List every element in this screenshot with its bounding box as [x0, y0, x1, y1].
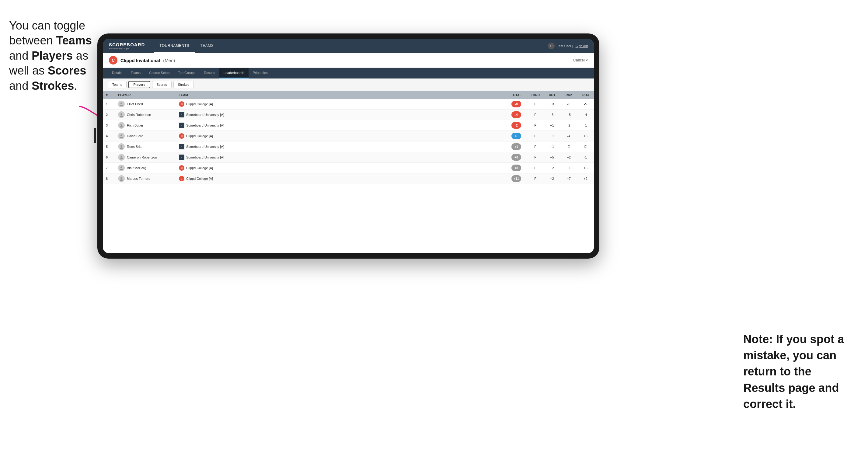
toggle-players-button[interactable]: Players: [128, 81, 150, 88]
nav-link-tournaments[interactable]: TOURNAMENTS: [154, 39, 195, 53]
svg-point-14: [120, 169, 123, 170]
score-badge: +1: [512, 143, 521, 150]
col-rank: #: [103, 91, 115, 99]
col-spacer: [481, 91, 506, 99]
player-avatar: [118, 164, 125, 171]
player-avatar: [118, 101, 125, 107]
thru-cell: F: [527, 174, 544, 184]
rd3-cell: +3: [577, 131, 594, 142]
team-logo: C: [179, 165, 184, 171]
tournament-name: Clippd Invitational (Men): [121, 58, 573, 63]
tablet-screen: SCOREBOARD Powered by clippd TOURNAMENTS…: [103, 39, 594, 253]
table-header: # PLAYER TEAM TOTAL THRU RD1 RD2 RD3: [103, 91, 594, 99]
player-cell: Chris Robertson: [115, 110, 176, 120]
team-logo: ≡: [179, 112, 184, 118]
tablet-side-button: [94, 128, 96, 143]
rd3-cell: -1: [577, 152, 594, 163]
tablet-frame: SCOREBOARD Powered by clippd TOURNAMENTS…: [97, 33, 599, 258]
rd1-cell: +1: [544, 120, 560, 131]
tab-results[interactable]: Results: [199, 68, 219, 79]
rd2-cell: +2: [560, 152, 577, 163]
tab-printables[interactable]: Printables: [249, 68, 272, 79]
score-badge: -8: [512, 101, 521, 107]
table-row: 2 Chris Robertson ≡ Scoreboard Universit…: [103, 110, 594, 120]
rd3-cell: -1: [577, 120, 594, 131]
nav-link-teams[interactable]: TEAMS: [195, 39, 219, 53]
rd3-cell: +6: [577, 163, 594, 174]
svg-point-4: [120, 116, 123, 117]
player-cell: Rich Butler: [115, 120, 176, 131]
team-cell: ≡ Scoreboard University [A]: [176, 120, 481, 131]
score-badge: +6: [512, 154, 521, 161]
table-row: 4 David Ford C Clippd College [A] EF+1-4…: [103, 131, 594, 142]
top-nav: SCOREBOARD Powered by clippd TOURNAMENTS…: [103, 39, 594, 53]
rd2-cell: +1: [560, 163, 577, 174]
rd3-cell: -4: [577, 110, 594, 120]
team-logo: ≡: [179, 123, 184, 128]
table-row: 1 Elliot Ebert C Clippd College [A] -8F+…: [103, 99, 594, 110]
total-cell: +1: [506, 142, 527, 152]
svg-point-11: [121, 156, 122, 158]
team-cell: C Clippd College [A]: [176, 131, 481, 142]
nav-user: U Test User | Sign out: [548, 42, 588, 49]
team-logo: ≡: [179, 144, 184, 149]
sign-out-link[interactable]: Sign out: [576, 44, 588, 48]
player-cell: Elliot Ebert: [115, 99, 176, 110]
toggle-teams-button[interactable]: Teams: [108, 81, 127, 88]
player-cell: Cameron Robertson: [115, 152, 176, 163]
player-name: Marcus Turners: [127, 177, 150, 180]
player-name: Rich Butler: [127, 124, 143, 127]
scores-bold: Scores: [48, 64, 86, 77]
total-cell: -2: [506, 120, 527, 131]
tab-teams[interactable]: Teams: [127, 68, 145, 79]
player-avatar: [118, 111, 125, 118]
team-cell: ≡ Scoreboard University [A]: [176, 152, 481, 163]
cancel-button[interactable]: Cancel ×: [573, 58, 588, 62]
player-name: Blair McHarg: [127, 166, 146, 170]
player-name: Elliot Ebert: [127, 102, 143, 106]
player-cell: Blair McHarg: [115, 163, 176, 174]
svg-point-2: [120, 105, 123, 106]
team-name: Clippd College [A]: [186, 102, 213, 106]
team-name: Scoreboard University [A]: [186, 145, 224, 149]
svg-point-15: [121, 177, 122, 179]
player-cell: Marcus Turners: [115, 174, 176, 184]
col-player: PLAYER: [115, 91, 176, 99]
table-row: 8 Marcus Turners C Clippd College [A] +1…: [103, 174, 594, 184]
toggle-strokes-button[interactable]: Strokes: [174, 81, 194, 88]
nav-links: TOURNAMENTS TEAMS: [154, 39, 548, 53]
rank-cell: 4: [103, 131, 115, 142]
score-badge: +8: [512, 164, 521, 171]
tab-details[interactable]: Details: [108, 68, 127, 79]
tournament-logo: C: [109, 56, 118, 64]
toggle-scores-button[interactable]: Scores: [152, 81, 172, 88]
scoreboard-logo: SCOREBOARD Powered by clippd: [109, 42, 145, 50]
total-cell: +6: [506, 152, 527, 163]
total-cell: +11: [506, 174, 527, 184]
toggle-row: Teams Players Scores Strokes: [103, 79, 594, 91]
tab-tee-groups[interactable]: Tee Groups: [174, 68, 199, 79]
team-name: Clippd College [A]: [186, 134, 213, 138]
team-name: Scoreboard University [A]: [186, 155, 224, 159]
svg-point-7: [121, 134, 122, 136]
user-name: Test User |: [557, 44, 573, 48]
rd2-cell: -4: [560, 131, 577, 142]
players-tbody: 1 Elliot Ebert C Clippd College [A] -8F+…: [103, 99, 594, 184]
rank-cell: 2: [103, 110, 115, 120]
player-name: Chris Robertson: [127, 113, 151, 117]
rd3-cell: +2: [577, 174, 594, 184]
left-annotation: You can toggle between Teams and Players…: [9, 18, 94, 93]
thru-cell: F: [527, 163, 544, 174]
logo-title: SCOREBOARD: [109, 42, 145, 47]
score-badge: -2: [512, 122, 521, 129]
tab-leaderboards[interactable]: Leaderboards: [219, 68, 249, 79]
player-avatar: [118, 154, 125, 161]
user-avatar: U: [548, 42, 555, 49]
team-cell: C Clippd College [A]: [176, 163, 481, 174]
team-name: Clippd College [A]: [186, 166, 213, 170]
col-thru: THRU: [527, 91, 544, 99]
tab-course-setup[interactable]: Course Setup: [145, 68, 174, 79]
rank-cell: 8: [103, 174, 115, 184]
total-cell: +8: [506, 163, 527, 174]
rd1-cell: +2: [544, 163, 560, 174]
